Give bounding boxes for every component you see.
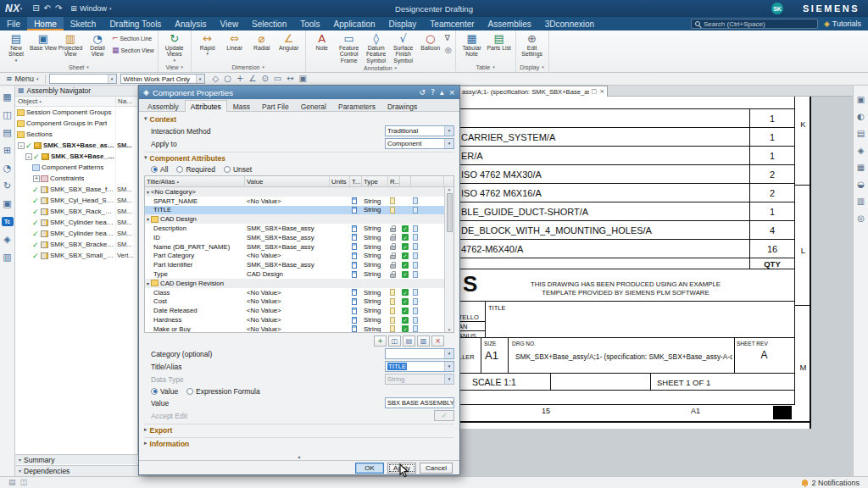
column-header-units[interactable]: Units [330, 176, 350, 186]
component-checkbox[interactable]: ✓ [32, 186, 41, 194]
component-checkbox[interactable]: ✓ [32, 219, 41, 227]
ribbon-group-label-table[interactable]: Table▾ [459, 63, 513, 72]
dialog-tab-general[interactable]: General [295, 100, 332, 112]
ribbon-tab-application[interactable]: Application [327, 17, 382, 30]
tree-item-session-component-groups[interactable]: Session Component Groups [15, 107, 137, 118]
attribute-row[interactable]: SPART_NAME<No Value>String [145, 197, 444, 206]
help-icon[interactable]: ? [431, 89, 435, 97]
column-header-t[interactable]: T... [350, 176, 362, 186]
component-checkbox[interactable]: ✓ [25, 141, 34, 150]
ribbon-tab-3dconnexion[interactable]: 3Dconnexion [538, 17, 601, 30]
dialog-tab-drawings[interactable]: Drawings [381, 100, 423, 112]
plus-snap-icon[interactable]: + [236, 75, 243, 83]
tree-item-sections[interactable]: Sections [15, 129, 137, 140]
column-header-value[interactable]: Value [245, 176, 330, 186]
object-column-header[interactable]: Object ▴ [15, 97, 115, 105]
tabular-note-button[interactable]: ▦Tabular Note [459, 31, 486, 63]
cancel-button[interactable]: Cancel [420, 463, 453, 474]
tree-item-component-patterns[interactable]: Component Patterns [15, 162, 137, 173]
attribute-row[interactable]: Name (DB_PART_NAME)SMK_SBX+Base_assyStri… [145, 242, 444, 252]
ribbon-group-label-display[interactable]: Display▾ [519, 63, 546, 72]
category-select[interactable]: ▾ [385, 348, 454, 359]
tree-item-smk-sbx-bracket-for[interactable]: ✓SMK_SBX_Bracket_for_...SM... [15, 239, 137, 250]
selection-scope-select[interactable]: Within Work Part Only ▾ [120, 74, 205, 84]
copy-attribute-button[interactable]: ◫ [388, 336, 401, 347]
edit-settings-button[interactable]: ⊕Edit Settings [519, 31, 546, 63]
tree-item-smk-sbx-base-assy-a-1-s[interactable]: -✓SMK_SBX+Base_assy/A;1- (s...SM... [15, 140, 137, 151]
component-checkbox[interactable]: ✓ [33, 152, 42, 161]
restore-icon[interactable]: □ [592, 89, 598, 95]
component-checkbox[interactable]: ✓ [32, 241, 41, 249]
interaction-method-select[interactable]: Traditional ▾ [385, 125, 454, 136]
rect-snap-icon[interactable]: ▭ [274, 75, 281, 83]
dialog-tab-parameters[interactable]: Parameters [332, 100, 381, 112]
dialog-tab-mass[interactable]: Mass [227, 100, 256, 112]
center-snap-icon[interactable]: ⊙ [261, 75, 268, 83]
avatar[interactable]: SK [771, 3, 783, 14]
attribute-row[interactable]: Cost<No Value>String✓ [145, 297, 444, 307]
status-alert-icon[interactable]: ▤ [8, 479, 16, 486]
component-checkbox[interactable]: ✓ [32, 197, 41, 205]
grid-snap-icon[interactable]: ▣ [299, 75, 307, 83]
projected-view-button[interactable]: ▥Projected View [57, 31, 84, 63]
scroll-up-hint-icon[interactable]: ▴ [139, 454, 459, 459]
point-snap-icon[interactable]: ◇ [213, 75, 220, 83]
part-navigator-icon[interactable]: ▤ [3, 128, 11, 137]
column-header-blank[interactable] [411, 176, 444, 186]
datum-feature-symbol-button[interactable]: ◊Datum Feature Symbol [363, 31, 390, 64]
nx-menu-chevron-icon[interactable]: ▾ [20, 7, 23, 11]
rapid-button[interactable]: ↔Rapid▾ [194, 31, 221, 63]
tree-expander[interactable]: + [33, 175, 40, 182]
apply-button[interactable]: Apply [387, 463, 416, 474]
delete-attribute-button[interactable]: × [431, 336, 444, 347]
balloon-button[interactable]: ○Balloon [417, 31, 444, 64]
attribute-row[interactable]: TITLEString [145, 206, 444, 215]
tutorials-button[interactable]: ◈ Tutorials [824, 19, 861, 28]
layer-settings-icon[interactable]: ▦ [857, 164, 865, 172]
close-icon[interactable]: × [599, 89, 604, 95]
attributes-table-scrollbar[interactable]: ▴ ▾ [444, 187, 453, 332]
display-mode-icon[interactable]: ◈ [858, 147, 865, 155]
dialog-titlebar[interactable]: ◈ Component Properties ↺?▴× [139, 86, 459, 99]
attribute-row[interactable]: Class<No Value>String✓ [145, 288, 444, 297]
ribbon-tab-assemblies[interactable]: Assemblies [481, 17, 538, 30]
dependencies-panel-bar[interactable]: ▾ Dependencies [15, 465, 138, 476]
component-checkbox[interactable]: ✓ [32, 230, 41, 238]
filter-required-radio[interactable]: Required [176, 165, 215, 174]
ribbon-tab-sketch[interactable]: Sketch [64, 17, 103, 30]
ribbon-tab-display[interactable]: Display [382, 17, 424, 30]
status-mode-icon[interactable]: ◫ [20, 479, 28, 486]
clip-section-icon[interactable]: ▤ [857, 130, 865, 138]
surface-finish-symbol-button[interactable]: √Surface Finish Symbol [390, 31, 417, 64]
redo-icon[interactable]: ↷ [55, 4, 62, 13]
ribbon-tab-selection[interactable]: Selection [245, 17, 293, 30]
expression-formula-radio[interactable]: Expression Formula [186, 387, 260, 396]
attribute-group-row[interactable]: ▾<No Category> [145, 187, 444, 197]
collapse-icon[interactable]: ▴ [440, 89, 444, 97]
attribute-group-row[interactable]: ▾CAD Design Revision [145, 279, 444, 288]
measure-icon[interactable]: ▥ [857, 197, 865, 206]
ribbon-tab-drafting-tools[interactable]: Drafting Tools [103, 17, 168, 30]
selection-filter-select[interactable]: ▾ [49, 74, 117, 84]
ribbon-tab-tools[interactable]: Tools [293, 17, 326, 30]
ok-button[interactable]: OK [355, 463, 384, 474]
export-section-header[interactable]: ▸ Export [144, 424, 454, 435]
touch-mode-icon[interactable]: ◈ [3, 235, 10, 244]
column-header-r[interactable]: R... [388, 176, 400, 186]
tree-item-constraints[interactable]: +Constraints [15, 173, 137, 184]
value-radio[interactable]: Value [151, 387, 178, 396]
attribute-row[interactable]: Part Category<No Value>String✓ [145, 252, 444, 261]
assembly-navigator-header[interactable]: ▦ Assembly Navigator [15, 86, 137, 97]
value-input[interactable]: SBX BASE ASSEMBLY [385, 397, 454, 408]
tree-item-smk-sbx-base-for-em[interactable]: ✓SMK_SBX_Base_for_Em...SM... [15, 184, 137, 195]
attribute-row[interactable]: IDSMK_SBX+Base_assyString✓ [145, 233, 444, 242]
column-header-title-alias[interactable]: Title/Alias▴ [145, 176, 245, 186]
attribute-group-row[interactable]: ▾CAD Design [145, 214, 444, 224]
summary-panel-bar[interactable]: ▾ Summary [15, 454, 138, 464]
feature-control-frame-button[interactable]: ▭Feature Control Frame [336, 31, 363, 64]
notes-icon[interactable]: ▥ [3, 252, 11, 262]
ribbon-group-label-annotation[interactable]: Annotation▾ [309, 64, 453, 72]
undo-icon[interactable]: ↶ [44, 4, 51, 13]
view-orient-icon[interactable]: ▣ [857, 96, 865, 104]
filter-unset-radio[interactable]: Unset [224, 165, 252, 174]
